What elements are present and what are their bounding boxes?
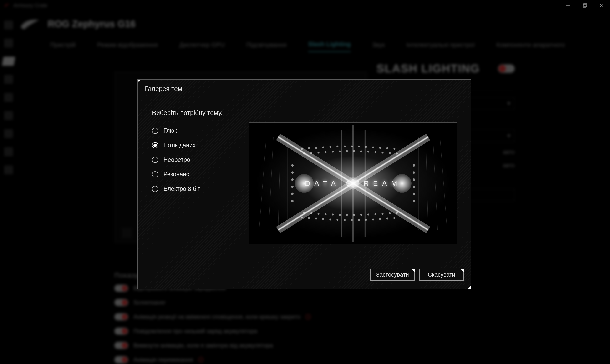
svg-point-61 xyxy=(353,214,355,216)
dialog-title: Галерея тем xyxy=(145,85,182,93)
svg-point-40 xyxy=(301,217,303,219)
svg-point-66 xyxy=(389,212,390,214)
theme-option-neoretro[interactable]: Неоретро xyxy=(152,156,243,163)
svg-point-41 xyxy=(308,217,310,219)
svg-point-58 xyxy=(332,214,334,216)
svg-point-64 xyxy=(375,213,376,215)
svg-point-49 xyxy=(365,219,367,221)
radio-icon xyxy=(152,157,158,163)
theme-gallery-dialog: Галерея тем Виберіть потрібну тему. Глюк… xyxy=(138,79,471,289)
svg-point-79 xyxy=(413,200,415,202)
svg-point-42 xyxy=(315,218,317,219)
svg-point-34 xyxy=(360,151,362,153)
svg-point-68 xyxy=(291,164,294,167)
theme-option-data-stream[interactable]: Потік даних xyxy=(152,142,243,149)
svg-point-53 xyxy=(393,217,395,219)
svg-point-75 xyxy=(413,171,415,174)
svg-point-67 xyxy=(396,212,398,214)
svg-point-60 xyxy=(346,214,348,216)
svg-point-72 xyxy=(291,193,294,195)
svg-point-31 xyxy=(339,151,341,153)
svg-point-78 xyxy=(413,193,415,195)
svg-point-24 xyxy=(386,147,388,149)
svg-point-39 xyxy=(396,153,398,155)
svg-point-51 xyxy=(379,218,381,220)
svg-point-62 xyxy=(360,214,362,216)
theme-preview: DATA STREAM xyxy=(249,122,457,244)
svg-point-59 xyxy=(339,214,341,216)
apply-button[interactable]: Застосувати xyxy=(370,269,415,281)
svg-point-45 xyxy=(337,219,338,221)
svg-point-27 xyxy=(311,152,312,154)
svg-point-22 xyxy=(372,146,374,148)
svg-point-25 xyxy=(393,148,395,150)
svg-point-56 xyxy=(318,213,320,215)
svg-point-17 xyxy=(337,145,338,147)
svg-point-38 xyxy=(389,152,390,154)
svg-point-33 xyxy=(353,150,355,152)
corner-decor-icon xyxy=(138,79,141,83)
radio-icon xyxy=(152,128,158,134)
svg-point-26 xyxy=(303,153,305,155)
svg-point-14 xyxy=(315,147,317,149)
svg-point-23 xyxy=(379,147,381,149)
svg-point-50 xyxy=(372,219,374,220)
svg-point-37 xyxy=(382,152,384,154)
svg-point-28 xyxy=(318,152,320,154)
svg-point-36 xyxy=(375,151,376,153)
svg-point-52 xyxy=(386,218,388,219)
svg-point-18 xyxy=(344,145,346,147)
svg-point-13 xyxy=(308,147,310,149)
radio-icon xyxy=(152,142,158,148)
svg-point-74 xyxy=(413,164,415,167)
svg-point-32 xyxy=(346,150,348,152)
svg-point-63 xyxy=(367,214,369,216)
theme-option-electro-8bit[interactable]: Електро 8 біт xyxy=(152,185,243,192)
svg-point-15 xyxy=(322,146,324,148)
radio-icon xyxy=(152,186,158,192)
svg-point-12 xyxy=(301,148,303,150)
svg-point-30 xyxy=(332,151,334,153)
radio-label: Потік даних xyxy=(163,142,196,149)
radio-label: Електро 8 біт xyxy=(163,185,200,192)
preview-label: DATA STREAM xyxy=(249,179,457,187)
svg-point-16 xyxy=(329,146,331,148)
svg-point-65 xyxy=(382,213,384,215)
svg-point-54 xyxy=(303,212,305,214)
radio-label: Глюк xyxy=(163,127,177,134)
cancel-button[interactable]: Скасувати xyxy=(419,269,464,281)
theme-radio-list: Глюк Потік даних Неоретро Резонанс Елект… xyxy=(152,127,243,192)
svg-point-48 xyxy=(358,219,360,221)
radio-icon xyxy=(152,171,158,178)
svg-point-47 xyxy=(351,219,353,221)
svg-point-21 xyxy=(365,146,367,148)
radio-label: Неоретро xyxy=(163,156,190,163)
dialog-instruction: Виберіть потрібну тему. xyxy=(152,109,222,117)
radio-label: Резонанс xyxy=(163,171,189,178)
svg-point-20 xyxy=(358,145,360,147)
svg-point-29 xyxy=(324,151,326,153)
theme-option-glitch[interactable]: Глюк xyxy=(152,127,243,134)
svg-point-43 xyxy=(322,218,324,220)
svg-point-44 xyxy=(329,219,331,220)
svg-point-69 xyxy=(291,171,294,174)
theme-option-resonance[interactable]: Резонанс xyxy=(152,171,243,178)
svg-point-73 xyxy=(291,200,294,202)
svg-point-55 xyxy=(311,212,312,214)
dialog-buttons: Застосувати Скасувати xyxy=(370,269,464,281)
svg-point-46 xyxy=(344,219,346,221)
svg-point-57 xyxy=(324,213,326,215)
corner-decor-icon xyxy=(468,286,471,289)
svg-point-19 xyxy=(351,145,353,147)
svg-point-35 xyxy=(367,151,369,153)
